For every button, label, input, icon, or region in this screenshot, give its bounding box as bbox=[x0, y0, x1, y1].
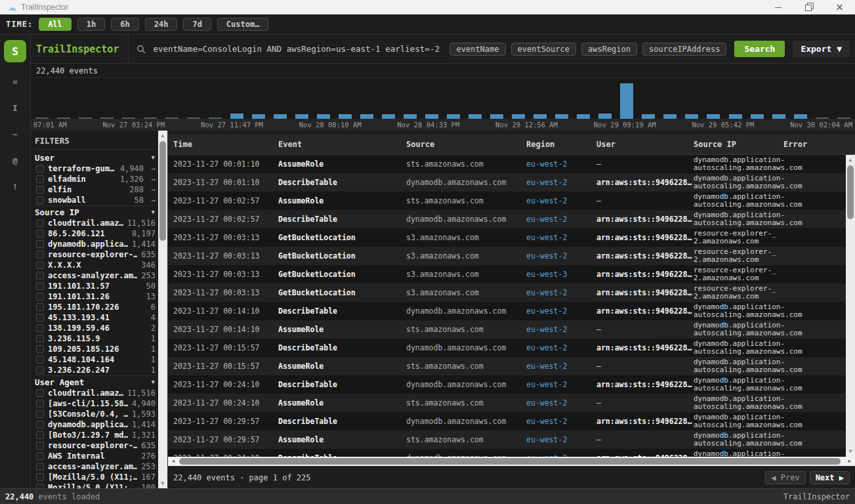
filter-checkbox[interactable] bbox=[36, 463, 44, 471]
filter-checkbox[interactable] bbox=[36, 230, 44, 238]
filter-item[interactable]: [aws-cli/1.15.58…4,940 bbox=[35, 398, 156, 409]
filter-item[interactable]: [S3Console/0.4, …1,593 bbox=[35, 409, 156, 419]
time-button-1h[interactable]: 1h bbox=[77, 18, 105, 31]
filter-item[interactable]: X.X.X.X346 bbox=[35, 260, 156, 270]
horizontal-scrollbar-thumb[interactable] bbox=[179, 458, 841, 465]
column-header-source-ip[interactable]: Source IP bbox=[694, 140, 783, 149]
column-header-time[interactable]: Time bbox=[173, 140, 278, 149]
column-header-source[interactable]: Source bbox=[406, 140, 526, 149]
table-row[interactable]: 2023-11-27 00:02:57AssumeRolests.amazona… bbox=[168, 192, 855, 210]
filter-item[interactable]: cloudtrail.amaz…11,516 bbox=[35, 388, 156, 398]
next-page-button[interactable]: Next ▶ bbox=[810, 471, 850, 484]
restore-button[interactable] bbox=[793, 0, 824, 14]
column-header-error[interactable]: Error bbox=[783, 140, 855, 149]
filter-item[interactable]: 3.236.115.91 bbox=[35, 333, 156, 344]
filter-checkbox[interactable] bbox=[36, 335, 44, 343]
histogram-bar[interactable] bbox=[555, 114, 568, 119]
filter-item[interactable]: terraform-gum…4,940→ bbox=[35, 163, 156, 174]
histogram-bar[interactable] bbox=[490, 114, 503, 119]
histogram-bar[interactable] bbox=[598, 114, 612, 119]
table-row[interactable]: 2023-11-27 00:29:57DescribeTabledynamodb… bbox=[168, 412, 855, 430]
scroll-down-arrow-icon[interactable]: ▼ bbox=[846, 448, 855, 455]
filters-scrollbar[interactable]: ▲ ▼ bbox=[158, 131, 167, 489]
histogram-bar[interactable] bbox=[512, 114, 525, 119]
table-scrollbar-thumb[interactable] bbox=[847, 165, 854, 219]
filter-item[interactable]: access-analyzer.am…253 bbox=[35, 270, 156, 281]
filter-item[interactable]: 195.181.170.2266 bbox=[35, 302, 156, 312]
table-row[interactable]: 2023-11-27 00:03:13GetBucketLocations3.a… bbox=[168, 284, 855, 302]
minimize-button[interactable] bbox=[762, 0, 793, 14]
table-row[interactable]: 2023-11-27 00:34:10DescribeTabledynamodb… bbox=[168, 449, 855, 457]
field-tag-sourceipaddress[interactable]: sourceIPAddress bbox=[642, 43, 726, 56]
filter-item[interactable]: dynamodb.applica…1,414 bbox=[35, 419, 156, 430]
filter-checkbox[interactable] bbox=[36, 261, 44, 269]
filter-item[interactable]: snowball58→ bbox=[35, 195, 156, 205]
scroll-left-arrow-icon[interactable]: ◀ bbox=[169, 457, 178, 466]
column-header-event[interactable]: Event bbox=[278, 140, 406, 149]
time-button-24h[interactable]: 24h bbox=[145, 18, 178, 31]
histogram-bar[interactable] bbox=[295, 114, 308, 119]
histogram-bar[interactable] bbox=[577, 114, 590, 119]
chevron-down-icon[interactable]: ▼ bbox=[152, 209, 156, 215]
table-row[interactable]: 2023-11-27 00:03:13GetBucketLocations3.a… bbox=[168, 247, 855, 265]
drilldown-arrow-icon[interactable]: → bbox=[148, 165, 156, 173]
time-button-custom[interactable]: Custom… bbox=[217, 18, 269, 31]
histogram-bar[interactable] bbox=[729, 114, 742, 119]
filter-group-header-user-agent[interactable]: User Agent▼ bbox=[35, 375, 156, 388]
filter-checkbox[interactable] bbox=[36, 282, 44, 290]
tilde-icon[interactable]: ~ bbox=[12, 129, 18, 139]
filter-item[interactable]: elfin288→ bbox=[35, 184, 156, 195]
time-button-7d[interactable]: 7d bbox=[183, 18, 211, 31]
histogram-bar[interactable] bbox=[469, 114, 482, 119]
filter-checkbox[interactable] bbox=[36, 400, 44, 408]
scroll-up-arrow-icon[interactable]: ▲ bbox=[158, 132, 167, 140]
search-button[interactable]: Search bbox=[734, 41, 785, 57]
filter-item[interactable]: 3.236.226.2471 bbox=[35, 365, 156, 375]
table-row[interactable]: 2023-11-27 00:24:10DescribeTabledynamodb… bbox=[168, 375, 855, 394]
filter-checkbox[interactable] bbox=[36, 303, 44, 311]
filters-scrollbar-thumb[interactable] bbox=[159, 141, 166, 241]
histogram-bar[interactable] bbox=[751, 114, 764, 119]
filter-checkbox[interactable] bbox=[36, 421, 44, 429]
ibeam-icon[interactable]: I bbox=[12, 103, 18, 113]
filter-checkbox[interactable] bbox=[36, 251, 44, 259]
histogram-bar[interactable] bbox=[620, 83, 633, 119]
histogram-bar[interactable] bbox=[382, 114, 395, 119]
filter-checkbox[interactable] bbox=[36, 389, 44, 397]
table-row[interactable]: 2023-11-27 00:15:57DescribeTabledynamodb… bbox=[168, 339, 855, 357]
histogram-bar[interactable] bbox=[642, 114, 655, 119]
histogram-bar[interactable] bbox=[794, 114, 807, 119]
histogram-bar[interactable] bbox=[772, 114, 785, 119]
prev-page-button[interactable]: ◀ Prev bbox=[765, 471, 805, 484]
filter-item[interactable]: AWS Internal276 bbox=[35, 451, 156, 461]
histogram-bar[interactable] bbox=[533, 114, 547, 119]
filter-item[interactable]: access-analyzer.am…253 bbox=[35, 461, 156, 472]
filter-checkbox[interactable] bbox=[36, 293, 44, 301]
histogram-bar[interactable] bbox=[425, 114, 438, 119]
chevron-down-icon[interactable]: ▼ bbox=[152, 379, 156, 385]
table-row[interactable]: 2023-11-27 00:03:13GetBucketLocations3.a… bbox=[168, 265, 855, 284]
table-row[interactable]: 2023-11-27 00:29:57AssumeRolests.amazona… bbox=[168, 430, 855, 449]
search-input[interactable] bbox=[152, 43, 442, 54]
filter-group-header-user[interactable]: User▼ bbox=[35, 152, 156, 163]
scroll-right-arrow-icon[interactable]: ▶ bbox=[845, 457, 854, 466]
table-row[interactable]: 2023-11-27 00:14:10DescribeTabledynamodb… bbox=[168, 302, 855, 320]
filter-checkbox[interactable] bbox=[36, 366, 44, 374]
filter-item[interactable]: dynamodb.applica…1,414 bbox=[35, 239, 156, 249]
field-tag-eventsource[interactable]: eventSource bbox=[511, 43, 576, 56]
table-row[interactable]: 2023-11-27 00:02:57DescribeTabledynamodb… bbox=[168, 210, 855, 228]
drilldown-arrow-icon[interactable]: → bbox=[148, 186, 156, 194]
drilldown-arrow-icon[interactable]: → bbox=[148, 196, 156, 205]
filter-item[interactable]: 86.5.206.1218,197 bbox=[35, 228, 156, 239]
filter-checkbox[interactable] bbox=[36, 175, 44, 183]
filter-item[interactable]: resource-explorer-…635 bbox=[35, 440, 156, 451]
histogram-bar[interactable] bbox=[404, 114, 417, 119]
filter-checkbox[interactable] bbox=[36, 240, 44, 248]
filter-checkbox[interactable] bbox=[36, 442, 44, 450]
histogram-bar[interactable] bbox=[317, 114, 330, 119]
filter-group-header-source-ip[interactable]: Source IP▼ bbox=[35, 205, 156, 218]
histogram-bar[interactable] bbox=[663, 114, 677, 119]
app-tile[interactable]: S bbox=[4, 40, 26, 62]
table-row[interactable]: 2023-11-27 00:01:10AssumeRolests.amazona… bbox=[168, 155, 855, 173]
drilldown-arrow-icon[interactable]: → bbox=[148, 175, 156, 184]
